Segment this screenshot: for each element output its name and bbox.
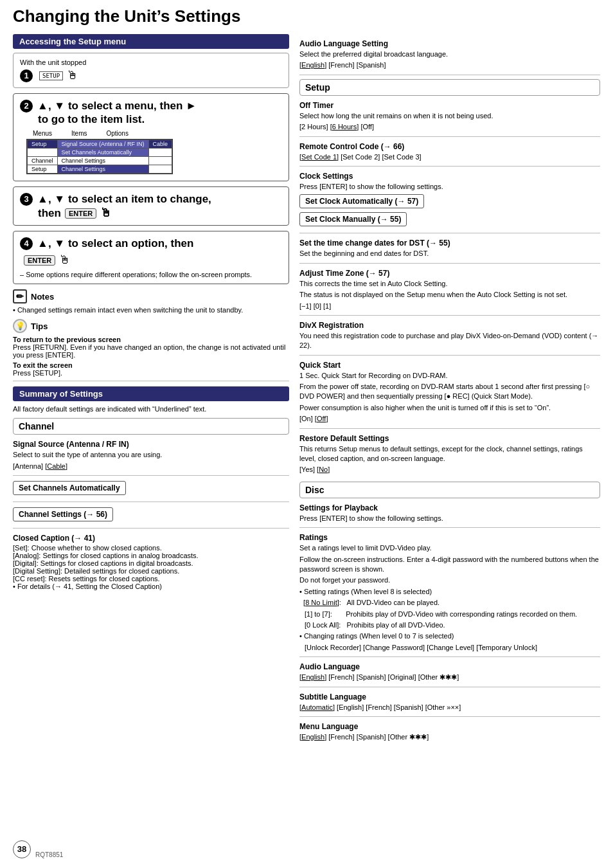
step3-enter-btn: ENTER — [65, 208, 96, 219]
step3-circle: 3 — [20, 193, 33, 206]
notes-section: ✏ Notes Changed settings remain intact e… — [13, 289, 289, 314]
audio-language-disc-title: Audio Language — [299, 662, 600, 671]
english-menu-option: English — [301, 733, 324, 741]
audio-language-setting: Audio Language Setting Select the prefer… — [299, 39, 600, 71]
notes-icon: ✏ — [13, 289, 27, 303]
step3-box: 3 ▲, ▼ to select an item to change, then… — [13, 186, 289, 226]
step4-cursor-icon: 🖱 — [59, 253, 71, 267]
step3-then-label: then — [38, 207, 61, 220]
subtitle-language-title: Subtitle Language — [299, 692, 600, 701]
step2-sub: to go to the item list. — [38, 113, 282, 126]
cc-line-4: [CC reset]: Resets settings for closed c… — [13, 575, 289, 583]
cc-line-5: • For details (→ 41, Setting the Closed … — [13, 583, 289, 590]
menu-cell: Setup — [28, 140, 58, 149]
step2-text: ▲, ▼ to select a menu, then ► — [37, 100, 197, 112]
step4-circle: 4 — [20, 237, 33, 250]
menu-cell: Cable — [148, 140, 172, 149]
right-column: Audio Language Setting Select the prefer… — [299, 34, 600, 748]
restore-default-title: Restore Default Settings — [299, 434, 600, 443]
ratings-line-2: Do not forget your password. — [299, 575, 600, 585]
off-timer-body: Select how long the unit remains on when… — [299, 111, 600, 121]
tips-return-title: To return to the previous screen — [13, 336, 289, 343]
no-option: No — [319, 466, 328, 473]
adjust-time-zone-title: Adjust Time Zone (→ 57) — [299, 269, 600, 278]
cc-line-1: [Analog]: Settings for closed captions i… — [13, 552, 289, 559]
menu-language-options: [English] [French] [Spanish] [Other ✱✱✱] — [299, 732, 600, 742]
set-channels-auto: Set Channels Automatically — [13, 481, 126, 495]
remote-control-options: [Set Code 1] [Set Code 2] [Set Code 3] — [299, 152, 600, 162]
step2-circle: 2 — [20, 100, 33, 113]
menu-cell: Setup — [28, 165, 58, 174]
english-disc-option: English — [301, 673, 324, 681]
quick-start-line-2: Power consumption is also higher when th… — [299, 403, 600, 413]
signal-source-options: [Antenna] [Cable] — [13, 462, 289, 471]
quick-start-title: Quick Start — [299, 361, 600, 370]
menu-cell: Channel Settings — [57, 165, 148, 174]
step1-box: With the unit stopped 1 SETUP 🖱 — [13, 53, 289, 88]
remote-control-title: Remote Control Code (→ 66) — [299, 142, 600, 151]
settings-playback-title: Settings for Playback — [299, 503, 600, 512]
menu-label-items: Items — [71, 130, 87, 137]
menu-label-options: Options — [106, 130, 128, 137]
step4-text: ▲, ▼ to select an option, then — [37, 237, 193, 249]
ratings-line-4: [8 No Limit]: All DVD-Video can be playe… — [299, 598, 600, 608]
menu-language-title: Menu Language — [299, 722, 600, 731]
clock-settings-body: Press [ENTER] to show the following sett… — [299, 182, 600, 192]
time-change-title: Set the time change dates for DST (→ 55) — [299, 239, 600, 248]
off-timer-title: Off Timer — [299, 101, 600, 110]
remote-cursor-icon: 🖱 — [67, 69, 78, 82]
tips-body: To return to the previous screen Press [… — [13, 336, 289, 377]
accessing-setup-header: Accessing the Setup menu — [13, 34, 289, 49]
adjust-time-line-2: [−1] [0] [1] — [299, 302, 600, 311]
tips-title: 💡 Tips — [13, 319, 289, 333]
ratings-line-0: Set a ratings level to limit DVD-Video p… — [299, 543, 600, 553]
step1-circle: 1 — [20, 69, 33, 82]
channel-label: Channel — [13, 418, 289, 435]
ratings-line-8: [Unlock Recorder] [Change Password] [Cha… — [299, 643, 600, 653]
step3-sub-row: then ENTER 🖱 — [38, 206, 282, 220]
setup-section: Setup Off Timer Select how long the unit… — [299, 79, 600, 475]
cc-line-0: [Set]: Choose whether to show closed cap… — [13, 544, 289, 552]
ratings-line-3: • Setting ratings (When level 8 is selec… — [299, 587, 600, 597]
tips-exit-text: Press [SETUP]. — [13, 369, 289, 377]
no-limit-option: 8 No Limit — [305, 599, 337, 606]
setup-label: Setup — [299, 79, 600, 96]
subtitle-language-options: [Automatic] [English] [French] [Spanish]… — [299, 703, 600, 712]
quick-start-options: [On] [Off] — [299, 414, 600, 424]
set-code-1-option: Set Code 1 — [301, 153, 337, 161]
menu-row: Channel Channel Settings — [28, 157, 172, 165]
disc-section: Disc Settings for Playback Press [ENTER]… — [299, 482, 600, 742]
closed-caption-title: Closed Caption (→ 41) — [13, 534, 289, 543]
step4-enter-btn: ENTER — [24, 255, 55, 266]
ratings-line-6: [0 Lock All]: Prohibits play of all DVD-… — [299, 620, 600, 630]
step1-icon-row: 1 SETUP 🖱 — [20, 69, 282, 82]
automatic-option: Automatic — [301, 703, 333, 711]
notes-title: ✏ Notes — [13, 289, 289, 303]
quick-start-line-0: 1 Sec. Quick Start for Recording on DVD-… — [299, 371, 600, 381]
ratings-line-7: • Changing ratings (When level 0 to 7 is… — [299, 631, 600, 641]
off-timer-options: [2 Hours] [6 Hours] [Off] — [299, 122, 600, 132]
menu-cell — [148, 165, 172, 174]
set-clock-auto: Set Clock Automatically (→ 57) — [299, 194, 424, 208]
tips-label: Tips — [31, 321, 48, 331]
menu-cell — [28, 149, 58, 157]
step3-cursor-icon: 🖱 — [100, 206, 112, 220]
signal-source-body: Select to suit the type of antenna you a… — [13, 450, 289, 460]
page-number: 38 — [13, 840, 31, 858]
disc-label: Disc — [299, 482, 600, 498]
menu-row: Setup Channel Settings — [28, 165, 172, 174]
channel-settings-link: Channel Settings (→ 56) — [13, 507, 113, 521]
audio-language-body: Select the preferred digital broadcast l… — [299, 50, 600, 59]
menu-labels: Menus Items Options — [33, 130, 282, 137]
menu-label-menus: Menus — [33, 130, 52, 137]
english-option: English — [301, 61, 324, 69]
closed-caption-body: [Set]: Choose whether to show closed cap… — [13, 544, 289, 590]
tips-return-text: Press [RETURN]. Even if you have changed… — [13, 343, 289, 359]
left-column: Accessing the Setup menu With the unit s… — [13, 34, 289, 748]
off-option: Off — [317, 415, 326, 422]
step4-box: 4 ▲, ▼ to select an option, then ENTER 🖱… — [13, 231, 289, 284]
cable-option: Cable — [47, 462, 66, 470]
menu-diagram: Menus Items Options Setup Signal Source … — [26, 130, 282, 176]
six-hours-option: 6 Hours — [332, 123, 357, 131]
step4-note: – Some options require different operati… — [20, 271, 282, 278]
